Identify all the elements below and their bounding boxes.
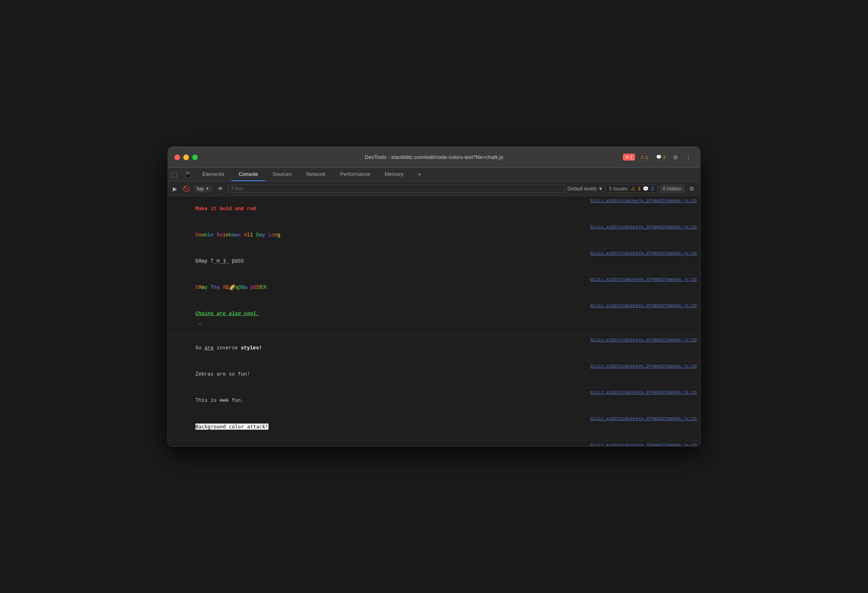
eye-filter-button[interactable]: 👁: [215, 184, 226, 194]
tab-bar: ⬚ 📱 Elements Console Sources Network Per…: [168, 168, 700, 182]
error-badge: ✕ 1: [623, 154, 635, 161]
info-badge: 💬 3: [653, 153, 668, 161]
console-output[interactable]: Make it bold and red blitz.e1937cc6e2ee7…: [168, 196, 700, 446]
console-row: Make it bold and red blitz.e1937cc6e2ee7…: [168, 196, 700, 222]
close-button[interactable]: [174, 155, 180, 160]
issues-panel: 5 Issues: ⚠ 3 💬 2: [606, 185, 658, 193]
maximize-button[interactable]: [192, 155, 198, 160]
console-message: DЯøp Thȩ ЯΔ🌈ηβΘω βΔ55ℜ: [171, 276, 587, 300]
context-chevron: ▼: [205, 186, 210, 191]
tab-more[interactable]: »: [411, 168, 428, 181]
clear-console-button[interactable]: 🚫: [181, 185, 191, 193]
info-issue-icon: 💬: [643, 186, 649, 192]
console-row: Double Rainbows All Day Long blitz.e1937…: [168, 222, 700, 248]
traffic-lights: [174, 155, 198, 160]
warn-count-value: 1: [646, 155, 648, 160]
console-source[interactable]: blitz.e1937cc6e2ee7e…3f4063378a564.js:15: [590, 338, 697, 342]
console-message: This is not fun.: [171, 388, 587, 413]
error-count-value: 1: [630, 155, 633, 160]
filter-container: [228, 184, 565, 193]
info-icon: 💬: [656, 155, 662, 160]
console-source[interactable]: blitz.e1937cc6e2ee7e…3f4063378a564.js:15: [590, 225, 697, 230]
console-source[interactable]: blitz.e1937cc6e2ee7e…3f4063378a564.js:15: [590, 198, 697, 203]
info-count-value: 3: [663, 155, 665, 160]
console-row: Background color attack! blitz.e1937cc6e…: [168, 414, 700, 441]
title-bar: DevTools - stackblitz.com/edit/node-colo…: [168, 147, 700, 168]
error-icon: ✕: [625, 155, 629, 160]
default-levels-button[interactable]: Default levels ▼: [568, 186, 603, 192]
console-source[interactable]: blitz.e1937cc6e2ee7e…3f4063378a564.js:15: [590, 443, 697, 446]
console-message: Use random styles on everything!: [171, 441, 587, 446]
console-message: Make it bold and red: [171, 197, 587, 221]
console-row: This is not fun. blitz.e1937cc6e2ee7e…3f…: [168, 388, 700, 414]
console-row: So are inverse styles! blitz.e1937cc6e2e…: [168, 335, 700, 361]
console-row: DЯøp T̲H̲Ȝ̲ βΔ55 blitz.e1937cc6e2ee7e…3f…: [168, 248, 700, 275]
hidden-count: 6 hidden: [660, 185, 684, 193]
console-message: DЯøp T̲H̲Ȝ̲ βΔ55: [171, 249, 587, 274]
console-row: Use random styles on everything! blitz.e…: [168, 441, 700, 446]
context-label: top: [197, 186, 204, 192]
console-message: So are inverse styles!: [171, 336, 587, 360]
tab-memory[interactable]: Memory: [377, 168, 411, 181]
tab-console[interactable]: Console: [231, 168, 265, 181]
toolbar-right-icons: ✕ 1 ⚠ 1 💬 3 ⚙ ⋮: [623, 152, 694, 162]
console-source[interactable]: blitz.e1937cc6e2ee7e…3f4063378a564.js:15: [590, 364, 697, 369]
console-message: Zebras are so fun!: [171, 362, 587, 386]
devtools-window: DevTools - stackblitz.com/edit/node-colo…: [168, 146, 700, 447]
console-source[interactable]: blitz.e1937cc6e2ee7e…3f4063378a564.js:15: [590, 303, 697, 308]
filter-settings-button[interactable]: ⚙: [687, 184, 697, 194]
warn-issue-count: 3: [638, 186, 641, 192]
warn-issue-icon: ⚠: [631, 186, 635, 192]
execute-button[interactable]: ▶: [171, 185, 179, 193]
console-message: Chains are also cool. _: [171, 302, 587, 334]
window-title: DevTools - stackblitz.com/edit/node-colo…: [365, 154, 503, 160]
tab-sources[interactable]: Sources: [265, 168, 299, 181]
filter-input[interactable]: [232, 186, 562, 192]
console-row: DЯøp Thȩ ЯΔ🌈ηβΘω βΔ55ℜ blitz.e1937cc6e2e…: [168, 275, 700, 301]
warn-icon: ⚠: [640, 155, 644, 160]
console-source[interactable]: blitz.e1937cc6e2ee7e…3f4063378a564.js:15: [590, 251, 697, 256]
console-row: Zebras are so fun! blitz.e1937cc6e2ee7e……: [168, 361, 700, 388]
levels-chevron: ▼: [598, 186, 603, 192]
device-toolbar-icon[interactable]: 📱: [180, 169, 195, 180]
error-counts: ✕ 1 ⚠ 1 💬 3: [623, 153, 668, 161]
context-selector[interactable]: top ▼: [194, 185, 213, 192]
console-source[interactable]: blitz.e1937cc6e2ee7e…3f4063378a564.js:15: [590, 416, 697, 421]
console-source[interactable]: blitz.e1937cc6e2ee7e…3f4063378a564.js:15: [590, 277, 697, 282]
info-issue-count: 2: [651, 186, 654, 192]
tab-elements[interactable]: Elements: [195, 168, 231, 181]
tab-performance[interactable]: Performance: [333, 168, 377, 181]
more-button[interactable]: ⋮: [683, 152, 694, 162]
inspect-icon[interactable]: ⬚: [168, 169, 180, 180]
minimize-button[interactable]: [183, 155, 189, 160]
console-source[interactable]: blitz.e1937cc6e2ee7e…3f4063378a564.js:15: [590, 390, 697, 395]
tab-network[interactable]: Network: [299, 168, 333, 181]
console-row: Chains are also cool. _ blitz.e1937cc6e2…: [168, 301, 700, 335]
settings-button[interactable]: ⚙: [671, 152, 681, 162]
warn-badge: ⚠ 1: [637, 153, 651, 161]
filter-bar: ▶ 🚫 top ▼ 👁 Default levels ▼ 5 Issues: ⚠…: [168, 182, 700, 196]
console-message: Double Rainbows All Day Long: [171, 223, 587, 247]
console-message: Background color attack!: [171, 415, 587, 439]
